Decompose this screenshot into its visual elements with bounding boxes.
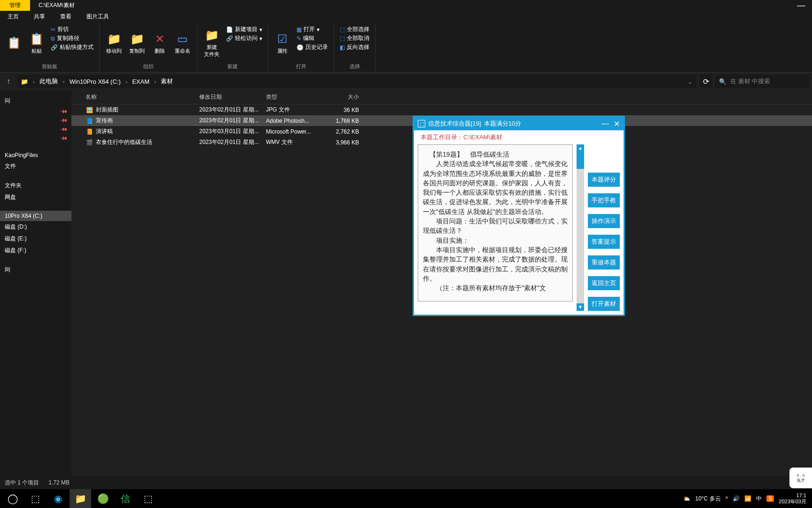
exam-close-button[interactable]: ✕ <box>614 119 620 128</box>
exam-dialog: ⬚ 信息技术综合题[19] 本题满分10分 — ✕ 本题工作目录：C:\EXAM… <box>413 116 625 316</box>
chevron-down-icon[interactable]: ⌄ <box>687 78 693 85</box>
invert-button[interactable]: ◧反向选择 <box>340 43 369 51</box>
col-size[interactable]: 大小 <box>322 93 359 101</box>
sidebar-item[interactable]: 文件 <box>0 160 71 172</box>
newitem-button[interactable]: 📄新建项目▾ <box>226 25 262 33</box>
sidebar-item[interactable]: 文件夹 <box>0 180 71 191</box>
bc-folder[interactable]: 素材 <box>161 77 173 86</box>
sidebar-pin[interactable]: 📌 <box>0 116 71 125</box>
history-icon: 🕘 <box>297 44 304 51</box>
file-type: WMV 文件 <box>266 138 322 146</box>
status-selection: 选中 1 个项目 <box>5 479 39 487</box>
edit-button[interactable]: ✎编辑 <box>297 34 328 42</box>
file-size: 1,768 KB <box>322 118 359 124</box>
sidebar-pin[interactable]: 📌 <box>0 134 71 143</box>
breadcrumb[interactable]: 📁 › 此电脑› Win10Pro X64 (C:)› EXAM› 素材 ⌄ <box>17 75 696 88</box>
newfolder-button[interactable]: 📁新建 文件夹 <box>201 24 222 62</box>
tray-chevron-icon[interactable]: ^ <box>726 495 728 502</box>
group-new-label: 新建 <box>227 62 238 71</box>
exam-action-button[interactable]: 重做本题 <box>588 255 620 270</box>
tab-view[interactable]: 查看 <box>53 11 79 23</box>
properties-icon: ☑ <box>275 32 290 47</box>
exam-minimize-button[interactable]: — <box>601 119 609 128</box>
exam-action-button[interactable]: 手把手教 <box>588 193 620 207</box>
sidebar-pin[interactable]: 📌 <box>0 125 71 134</box>
cut-button[interactable]: ✂剪切 <box>51 25 94 33</box>
pin-button[interactable]: 📋 <box>4 24 24 62</box>
exam-titlebar[interactable]: ⬚ 信息技术综合题[19] 本题满分10分 — ✕ <box>414 117 624 130</box>
history-button[interactable]: 🕘历史记录 <box>297 43 328 51</box>
tab-picture-tools[interactable]: 图片工具 <box>79 11 117 23</box>
clock[interactable]: 17:1 2023年03月 <box>779 492 806 505</box>
avatar-bubble[interactable]: o . o 鬼才 <box>789 468 812 488</box>
scroll-down-icon[interactable]: ▼ <box>577 303 584 311</box>
edit-icon: ✎ <box>297 35 301 42</box>
chrome-icon[interactable]: 🟢 <box>92 489 114 508</box>
sidebar-quick[interactable]: 问 <box>0 95 71 107</box>
app-icon[interactable]: 信 <box>115 489 136 508</box>
sidebar-item-drive-d[interactable]: 磁盘 (D:) <box>0 221 71 233</box>
file-name: 宣传画 <box>96 117 113 125</box>
bc-thispc[interactable]: 此电脑 <box>39 77 58 86</box>
rename-button[interactable]: ▭重命名 <box>172 24 193 62</box>
edge-icon[interactable]: ◉ <box>47 489 69 508</box>
weather-icon[interactable]: ⛅ <box>683 495 690 502</box>
copy-path-button[interactable]: ⧉复制路径 <box>51 34 94 42</box>
search-icon: 🔍 <box>719 78 726 85</box>
col-date[interactable]: 修改日期 <box>199 93 266 101</box>
paste-button[interactable]: 📋粘贴 <box>26 24 47 62</box>
status-size: 1.72 MB <box>48 479 70 486</box>
easyaccess-button[interactable]: 🔗轻松访问▾ <box>226 34 262 42</box>
tab-share[interactable]: 共享 <box>26 11 53 23</box>
minimize-button[interactable]: — <box>790 0 812 10</box>
titlebar-context-tab[interactable]: 管理 <box>0 0 30 11</box>
selectall-button[interactable]: ⬚全部选择 <box>340 25 369 33</box>
group-select-label: 选择 <box>350 62 360 71</box>
network-icon[interactable]: 🔊 <box>733 495 740 502</box>
tab-home[interactable]: 主页 <box>0 11 26 23</box>
file-row[interactable]: 🖼️封面插图2023年02月01日 星期...JPG 文件36 KB <box>71 104 812 115</box>
exam-action-button[interactable]: 操作演示 <box>588 214 620 228</box>
sidebar-item[interactable]: KaoPingFiles <box>0 150 71 160</box>
properties-button[interactable]: ☑属性 <box>272 24 293 62</box>
up-button[interactable]: ↑ <box>3 76 14 87</box>
moveto-button[interactable]: 📁移动到 <box>103 24 125 62</box>
exam-action-button[interactable]: 返回主页 <box>588 276 620 290</box>
sidebar-item[interactable]: 间 <box>0 264 71 276</box>
explorer-icon[interactable]: 📁 <box>70 489 91 508</box>
copyto-button[interactable]: 📁复制到 <box>126 24 148 62</box>
bc-drive[interactable]: Win10Pro X64 (C:) <box>70 78 121 85</box>
scroll-up-icon[interactable]: ▲ <box>577 144 584 152</box>
refresh-button[interactable]: ⟳ <box>699 75 712 88</box>
col-name[interactable]: 名称 <box>78 93 199 101</box>
exam-action-button[interactable]: 打开素材 <box>588 297 620 311</box>
sidebar-item-drive-c[interactable]: 10Pro X64 (C:) <box>0 211 71 221</box>
search-input[interactable]: 🔍 在 素材 中搜索 <box>715 75 809 88</box>
exam-action-button[interactable]: 本题评分 <box>588 173 620 187</box>
sidebar-item-drive-e[interactable]: 磁盘 (E:) <box>0 233 71 245</box>
sogou-icon[interactable]: S <box>766 495 774 502</box>
start-button[interactable]: ◯ <box>2 489 23 508</box>
exam-action-button[interactable]: 答案提示 <box>588 235 620 249</box>
open-button[interactable]: ▦打开▾ <box>297 25 328 33</box>
paste-shortcut-button[interactable]: 🔗粘贴快捷方式 <box>51 43 94 51</box>
shortcut-icon: 🔗 <box>51 44 58 51</box>
app2-icon[interactable]: ⬚ <box>137 489 159 508</box>
bc-exam[interactable]: EXAM <box>132 78 149 85</box>
ime-indicator[interactable]: 中 <box>756 495 762 503</box>
wifi-icon[interactable]: 📶 <box>744 495 751 502</box>
exam-scrollbar[interactable]: ▲ ▼ <box>577 144 584 311</box>
sidebar-item-drive-f[interactable]: 磁盘 (F:) <box>0 245 71 256</box>
copyto-icon: 📁 <box>130 32 145 47</box>
sidebar-item[interactable]: 网盘 <box>0 191 71 203</box>
paste-icon: 📋 <box>29 32 44 47</box>
folder-icon: 📁 <box>21 78 28 85</box>
scroll-thumb[interactable] <box>577 152 584 169</box>
file-icon: 🖼️ <box>86 106 93 114</box>
selectnone-icon: ⬚ <box>340 35 345 42</box>
sidebar-pin[interactable]: 📌 <box>0 107 71 116</box>
taskview-button[interactable]: ⬚ <box>24 489 46 508</box>
delete-button[interactable]: ✕删除 <box>149 24 170 62</box>
selectnone-button[interactable]: ⬚全部取消 <box>340 34 369 42</box>
col-type[interactable]: 类型 <box>266 93 322 101</box>
